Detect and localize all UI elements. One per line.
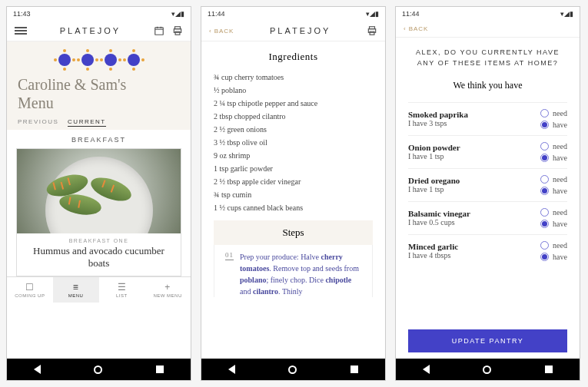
meal-section-label: BREAKFAST bbox=[7, 136, 191, 144]
ingredient-item: 2 ½ tbsp apple cider vinegar bbox=[214, 175, 373, 188]
tab-current[interactable]: CURRENT bbox=[68, 118, 106, 127]
calendar-icon[interactable] bbox=[154, 25, 164, 36]
radio-have[interactable]: have bbox=[540, 121, 567, 129]
radio-need[interactable]: need bbox=[540, 208, 567, 217]
android-nav bbox=[396, 359, 580, 380]
step-number: 01 bbox=[225, 251, 234, 260]
print-icon[interactable] bbox=[367, 25, 377, 36]
status-bar: 11:43 ▾◢▮ bbox=[7, 7, 191, 21]
print-icon[interactable] bbox=[172, 25, 183, 36]
pantry-item: Onion powderI have 1 tspneedhave bbox=[408, 135, 567, 168]
phone-screen-2: 11:44 ▾◢▮ ‹ BACK PLATEJOY Ingredients ¾ … bbox=[201, 6, 386, 381]
pantry-item-qty: I have 1 tsp bbox=[408, 185, 540, 194]
pantry-item-name: Onion powder bbox=[408, 143, 540, 152]
svg-rect-0 bbox=[155, 28, 164, 35]
pantry-item-name: Minced garlic bbox=[408, 242, 540, 251]
status-time: 11:43 bbox=[13, 10, 31, 18]
pantry-item: Balsamic vinegarI have 0.5 cupsneedhave bbox=[408, 201, 567, 234]
ingredients-list: ¾ cup cherry tomatoes½ poblano2 ¼ tsp ch… bbox=[214, 71, 373, 214]
radio-need[interactable]: need bbox=[540, 142, 567, 150]
chevron-left-icon: ‹ bbox=[404, 25, 407, 32]
status-time: 11:44 bbox=[402, 10, 420, 18]
step-text: Prep your produce: Halve cherry tomatoes… bbox=[240, 251, 361, 297]
ingredient-item: 2 tbsp chopped cilantro bbox=[214, 110, 373, 123]
app-header: PLATEJOY bbox=[7, 21, 191, 41]
meal-image bbox=[17, 149, 181, 233]
nav-back-icon[interactable] bbox=[228, 365, 235, 374]
tab-menu[interactable]: ≡ MENU bbox=[53, 277, 99, 303]
pantry-item: Minced garlicI have 4 tbspsneedhave bbox=[408, 234, 567, 267]
pantry-item-name: Dried oregano bbox=[408, 176, 540, 185]
pantry-item-name: Balsamic vinegar bbox=[408, 209, 540, 218]
nav-recent-icon[interactable] bbox=[156, 366, 164, 373]
status-bar: 11:44 ▾◢▮ bbox=[201, 7, 385, 21]
radio-need[interactable]: need bbox=[540, 175, 567, 184]
brand-logo: PLATEJOY bbox=[27, 26, 154, 35]
menu-period-tabs: PREVIOUS CURRENT bbox=[18, 118, 180, 125]
status-icons: ▾◢▮ bbox=[171, 10, 184, 18]
nav-back-icon[interactable] bbox=[423, 365, 430, 374]
app-header: ‹ BACK bbox=[396, 21, 580, 38]
meal-sublabel: BREAKFAST ONE bbox=[17, 233, 181, 245]
menu-tab-icon: ≡ bbox=[73, 282, 79, 293]
tab-previous[interactable]: PREVIOUS bbox=[18, 118, 58, 125]
ingredient-item: 3 ½ tbsp olive oil bbox=[214, 136, 373, 149]
update-pantry-button[interactable]: UPDATE PANTRY bbox=[408, 329, 567, 352]
android-nav bbox=[7, 359, 191, 380]
status-bar: 11:44 ▾◢▮ bbox=[396, 7, 580, 21]
pantry-item-qty: I have 1 tsp bbox=[408, 152, 540, 160]
tab-new-menu[interactable]: + NEW MENU bbox=[145, 277, 191, 303]
nav-back-icon[interactable] bbox=[34, 365, 41, 374]
pantry-list: Smoked paprikaI have 3 tspsneedhaveOnion… bbox=[408, 102, 567, 267]
menu-icon[interactable] bbox=[15, 25, 27, 36]
decor-dots bbox=[18, 54, 180, 66]
pantry-item-qty: I have 0.5 cups bbox=[408, 218, 540, 227]
step-item: 01 Prep your produce: Halve cherry tomat… bbox=[214, 245, 373, 297]
back-button[interactable]: ‹ BACK bbox=[209, 28, 234, 35]
nav-home-icon[interactable] bbox=[288, 366, 297, 374]
ingredient-item: 2 ½ green onions bbox=[214, 123, 373, 136]
phone-screen-3: 11:44 ▾◢▮ ‹ BACK ALEX, DO YOU CURRENTLY … bbox=[395, 6, 580, 381]
pantry-item-name: Smoked paprika bbox=[408, 110, 540, 119]
radio-need[interactable]: need bbox=[540, 241, 567, 250]
chevron-left-icon: ‹ bbox=[209, 28, 212, 35]
radio-have[interactable]: have bbox=[540, 220, 567, 228]
radio-have[interactable]: have bbox=[540, 154, 567, 162]
brand-logo: PLATEJOY bbox=[234, 26, 367, 35]
radio-have[interactable]: have bbox=[540, 253, 567, 261]
status-time: 11:44 bbox=[208, 10, 225, 18]
status-icons: ▾◢▮ bbox=[366, 10, 379, 18]
status-icons: ▾◢▮ bbox=[560, 10, 573, 18]
menu-title: Caroline & Sam's Menu bbox=[18, 75, 180, 112]
pantry-question: ALEX, DO YOU CURRENTLY HAVE ANY OF THESE… bbox=[408, 47, 567, 69]
pantry-item-qty: I have 3 tsps bbox=[408, 119, 540, 127]
tab-coming-up[interactable]: ☐ COMING UP bbox=[7, 277, 53, 303]
tab-list[interactable]: ☰ LIST bbox=[99, 277, 145, 303]
nav-recent-icon[interactable] bbox=[350, 366, 358, 373]
back-button[interactable]: ‹ BACK bbox=[404, 25, 428, 32]
steps-title: Steps bbox=[214, 220, 373, 245]
list-icon: ☰ bbox=[118, 282, 127, 293]
pantry-item: Dried oreganoI have 1 tspneedhave bbox=[408, 168, 567, 201]
nav-home-icon[interactable] bbox=[94, 366, 102, 374]
radio-need[interactable]: need bbox=[540, 109, 567, 117]
meal-card[interactable]: BREAKFAST ONE Hummus and avocado cucumbe… bbox=[16, 148, 181, 276]
ingredient-item: 2 ¼ tsp chipotle pepper and sauce bbox=[214, 97, 373, 110]
nav-home-icon[interactable] bbox=[483, 366, 491, 374]
ingredients-title: Ingredients bbox=[214, 51, 373, 63]
phone-screen-1: 11:43 ▾◢▮ PLATEJOY Carol bbox=[6, 6, 191, 381]
ingredient-item: 1 ½ cups canned black beans bbox=[214, 201, 373, 214]
pantry-subtitle: We think you have bbox=[408, 80, 567, 91]
android-nav bbox=[201, 359, 385, 380]
app-header: ‹ BACK PLATEJOY bbox=[201, 21, 385, 41]
ingredient-item: ½ poblano bbox=[214, 84, 373, 97]
ingredient-item: ¾ tsp cumin bbox=[214, 188, 373, 201]
box-icon: ☐ bbox=[25, 282, 35, 293]
radio-have[interactable]: have bbox=[540, 187, 567, 195]
nav-recent-icon[interactable] bbox=[545, 366, 553, 373]
ingredient-item: ¾ cup cherry tomatoes bbox=[214, 71, 373, 84]
plus-icon: + bbox=[164, 282, 171, 293]
pantry-item: Smoked paprikaI have 3 tspsneedhave bbox=[408, 102, 567, 135]
menu-hero: Caroline & Sam's Menu PREVIOUS CURRENT bbox=[7, 41, 191, 130]
meal-name: Hummus and avocado cucumber boats bbox=[17, 245, 181, 276]
